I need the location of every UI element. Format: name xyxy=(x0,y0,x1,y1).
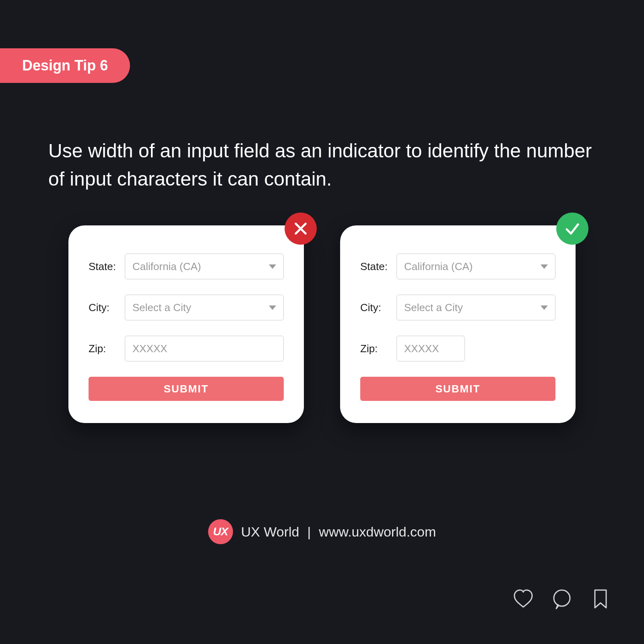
state-select[interactable]: California (CA) xyxy=(396,254,555,279)
brand-url: www.uxdworld.com xyxy=(319,524,436,540)
submit-button[interactable]: SUBMIT xyxy=(360,377,555,401)
heart-icon[interactable] xyxy=(512,588,535,612)
comparison-row: State: California (CA) City: Select a Ci… xyxy=(68,225,576,423)
city-label: City: xyxy=(360,301,396,314)
chevron-down-icon xyxy=(541,305,548,310)
city-row: City: Select a City xyxy=(89,295,284,320)
state-label: State: xyxy=(89,260,125,273)
zip-label: Zip: xyxy=(360,343,396,355)
ux-logo-badge: UX xyxy=(208,519,233,544)
cross-icon xyxy=(285,213,317,245)
chevron-down-icon xyxy=(541,264,548,269)
city-select-value: Select a City xyxy=(404,301,463,314)
city-select[interactable]: Select a City xyxy=(125,295,284,320)
state-select-value: California (CA) xyxy=(404,260,473,273)
design-tip-tag: Design Tip 6 xyxy=(0,48,130,83)
zip-input[interactable]: XXXXX xyxy=(396,336,465,361)
chevron-down-icon xyxy=(269,305,276,310)
state-select[interactable]: California (CA) xyxy=(125,254,284,279)
check-icon xyxy=(556,213,588,245)
city-select[interactable]: Select a City xyxy=(396,295,555,320)
comment-icon[interactable] xyxy=(551,588,573,612)
zip-placeholder: XXXXX xyxy=(404,343,439,355)
zip-placeholder: XXXXX xyxy=(132,343,167,355)
city-row: City: Select a City xyxy=(360,295,555,320)
city-label: City: xyxy=(89,301,125,314)
zip-row: Zip: XXXXX xyxy=(360,336,555,361)
social-actions xyxy=(512,588,612,612)
city-select-value: Select a City xyxy=(132,301,191,314)
state-select-value: California (CA) xyxy=(132,260,201,273)
brand-name: UX World xyxy=(241,524,299,540)
submit-button[interactable]: SUBMIT xyxy=(89,377,284,401)
svg-point-0 xyxy=(554,590,570,606)
chevron-down-icon xyxy=(269,264,276,269)
bookmark-icon[interactable] xyxy=(589,588,612,612)
separator: | xyxy=(308,524,311,540)
zip-label: Zip: xyxy=(89,343,125,355)
zip-input[interactable]: XXXXX xyxy=(125,336,284,361)
state-label: State: xyxy=(360,260,396,273)
good-example-card: State: California (CA) City: Select a Ci… xyxy=(340,225,576,423)
state-row: State: California (CA) xyxy=(89,254,284,279)
zip-row: Zip: XXXXX xyxy=(89,336,284,361)
footer-credit: UX UX World | www.uxdworld.com xyxy=(0,519,644,544)
bad-example-card: State: California (CA) City: Select a Ci… xyxy=(68,225,304,423)
tip-headline: Use width of an input field as an indica… xyxy=(48,137,596,193)
state-row: State: California (CA) xyxy=(360,254,555,279)
